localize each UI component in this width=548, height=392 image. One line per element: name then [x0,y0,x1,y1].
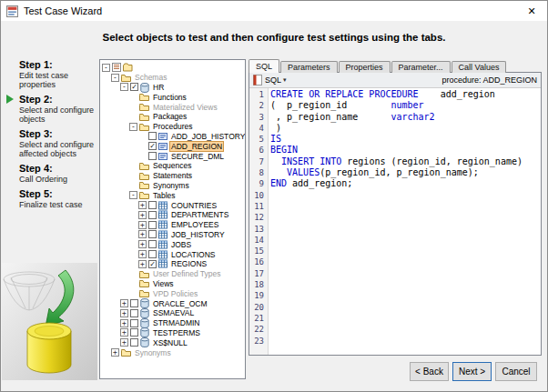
tree-row[interactable]: +EMPLOYEES [100,220,245,230]
tree-node-label[interactable]: JOB_HISTORY [169,230,227,239]
tree-node-label[interactable]: SECURE_DML [169,152,226,161]
tree-row[interactable]: +SSMAEVAL [100,308,245,318]
tab-call-values[interactable]: Call Values [452,61,507,73]
tree-row[interactable]: Materialized Views [100,102,245,112]
tree-row[interactable]: Statements [100,171,245,181]
tree-row[interactable]: -Schemas [100,73,245,83]
tree-node-label[interactable]: DEPARTMENTS [169,210,230,219]
object-tree[interactable]: --Schemas-✓HRFunctionsMaterialized Views… [99,59,246,379]
sql-view-dropdown[interactable]: SQL ▾ [265,75,287,85]
collapse-toggle[interactable]: - [120,83,128,91]
tree-row[interactable]: +JOBS [100,239,245,249]
tree-row[interactable]: SECURE_DML [100,151,245,161]
collapse-toggle[interactable]: - [129,191,137,199]
tree-node-label[interactable]: User Defined Types [151,269,223,278]
expand-toggle[interactable]: + [120,309,128,317]
tree-row[interactable]: +XS$NULL [100,337,245,347]
tree-node-label[interactable]: JOBS [169,240,193,249]
item-checkbox[interactable] [148,211,157,219]
tree-row[interactable]: Functions [100,92,245,102]
tree-row[interactable]: ✓ADD_REGION [100,141,245,151]
tree-node-label[interactable]: ADD_JOB_HISTORY [169,132,246,141]
tree-node-label[interactable]: ADD_REGION [169,141,224,152]
tree-node-label[interactable]: TESTPERMS [151,328,202,337]
tree-row[interactable]: -Tables [100,190,245,200]
expand-toggle[interactable]: + [138,211,147,219]
item-checkbox[interactable]: ✓ [148,260,157,268]
tree-row[interactable]: Synonyms [100,181,245,191]
tree-row[interactable]: ADD_JOB_HISTORY [100,132,245,142]
tree-node-label[interactable]: Materialized Views [151,103,219,112]
tree-node-label[interactable]: Sequences [151,161,194,170]
item-checkbox[interactable]: ✓ [130,83,138,91]
title-bar[interactable]: Test Case Wizard ✕ [1,1,547,21]
tree-node-label[interactable]: EMPLOYEES [169,220,220,229]
tree-node-label[interactable]: LOCATIONS [169,250,218,259]
tree-node-label[interactable]: VPD Policies [151,289,199,298]
tree-node-label[interactable]: Views [151,279,176,288]
expand-toggle[interactable]: + [120,338,128,347]
tab-parameters[interactable]: Parameters [280,61,338,73]
collapse-toggle[interactable]: - [102,64,110,72]
tree-row[interactable]: Sequences [100,161,245,171]
tree-node-label[interactable]: SSMAEVAL [151,308,196,317]
item-checkbox[interactable] [148,132,157,140]
close-button[interactable]: ✕ [516,1,547,21]
expand-toggle[interactable]: + [138,250,147,258]
tree-row[interactable]: +COUNTRIES [100,200,245,210]
tree-row[interactable]: +ORACLE_OCM [100,298,245,308]
tab-parameter[interactable]: Parameter... [391,61,451,73]
expand-toggle[interactable]: + [138,201,147,209]
tree-row[interactable]: -Procedures [100,122,245,132]
tab-sql[interactable]: SQL [249,59,279,73]
tree-node-label[interactable]: Tables [151,191,178,200]
tree-node-label[interactable]: Procedures [151,122,194,131]
tree-row[interactable]: +DEPARTMENTS [100,210,245,220]
item-checkbox[interactable] [148,201,157,209]
expand-toggle[interactable]: + [120,299,128,307]
item-checkbox[interactable] [130,319,138,327]
tree-node-label[interactable]: Packages [151,112,188,121]
tree-row[interactable]: User Defined Types [100,269,245,279]
tree-node-label[interactable]: Schemas [133,73,168,82]
tree-row[interactable]: - [100,63,245,73]
expand-toggle[interactable]: + [120,328,128,337]
tree-row[interactable]: +LOCATIONS [100,249,245,259]
next-button[interactable]: Next > [452,362,492,381]
tree-node-label[interactable]: REGIONS [169,259,208,268]
tree-row[interactable]: +✓REGIONS [100,259,245,269]
tree-row[interactable]: Views [100,279,245,289]
collapse-toggle[interactable]: - [129,123,137,131]
tree-node-label[interactable]: XS$NULL [151,338,189,347]
item-checkbox[interactable] [148,230,157,238]
collapse-toggle[interactable]: - [111,74,119,82]
expand-toggle[interactable]: + [138,240,147,248]
tree-node-label[interactable]: Functions [151,93,188,102]
tree-row[interactable]: -✓HR [100,83,245,93]
expand-toggle[interactable]: + [120,319,128,327]
expand-toggle[interactable]: + [111,348,119,357]
item-checkbox[interactable] [130,328,138,337]
tree-row[interactable]: +STRMADMIN [100,318,245,328]
tree-node-label[interactable]: HR [151,83,166,92]
tree-row[interactable]: +TESTPERMS [100,328,245,338]
tree-node-label[interactable]: COUNTRIES [169,201,218,210]
back-button[interactable]: < Back [410,362,449,381]
expand-toggle[interactable]: + [138,221,147,229]
tree-node-label[interactable]: Statements [151,171,194,180]
cancel-button[interactable]: Cancel [495,362,537,381]
item-checkbox[interactable] [130,338,138,347]
sql-editor[interactable]: 1CREATE OR REPLACE PROCEDURE add_region2… [249,88,541,355]
tab-properties[interactable]: Properties [339,61,391,73]
tree-row[interactable]: +JOB_HISTORY [100,230,245,240]
tree-node-label[interactable]: ORACLE_OCM [151,299,209,308]
tree-row[interactable]: VPD Policies [100,288,245,298]
tree-row[interactable]: Packages [100,112,245,122]
tree-node-label[interactable]: Synonyms [151,181,191,190]
item-checkbox[interactable] [130,299,138,307]
tree-node-label[interactable]: Synonyms [133,348,173,357]
item-checkbox[interactable] [148,152,157,160]
item-checkbox[interactable]: ✓ [148,142,157,150]
tree-row[interactable]: +Synonyms [100,347,245,357]
item-checkbox[interactable] [130,309,138,317]
